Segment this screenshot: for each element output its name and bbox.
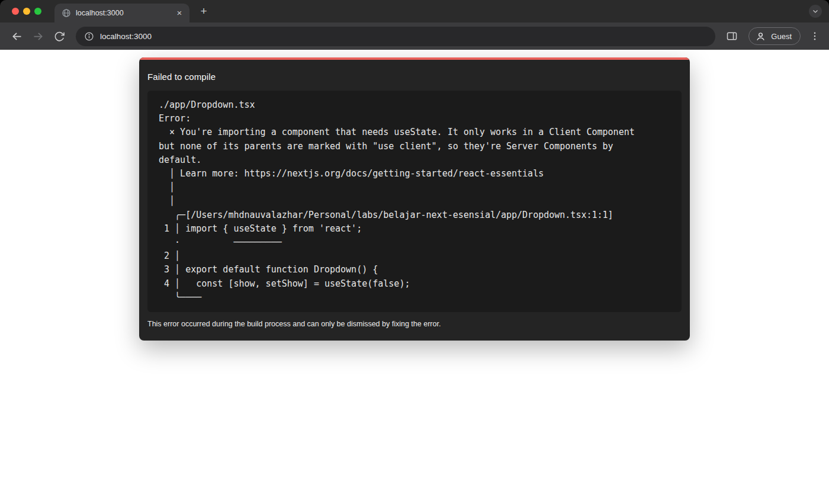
minimize-window-button[interactable] <box>23 8 30 15</box>
browser-toolbar: localhost:3000 Guest <box>0 23 829 50</box>
tab-search-button[interactable] <box>809 5 822 18</box>
fullscreen-window-button[interactable] <box>34 8 41 15</box>
compile-error-terminal: ./app/Dropdown.tsx Error: × You're impor… <box>147 91 682 312</box>
chevron-down-icon <box>812 8 819 15</box>
reload-button[interactable] <box>49 25 70 47</box>
page-content: Failed to compile ./app/Dropdown.tsx Err… <box>0 50 829 504</box>
new-tab-button[interactable]: + <box>195 3 212 20</box>
close-window-button[interactable] <box>12 8 19 15</box>
side-panel-icon <box>726 30 738 42</box>
address-url-text[interactable]: localhost:3000 <box>100 32 152 41</box>
kebab-menu-icon <box>809 31 820 41</box>
back-arrow-icon <box>11 30 23 43</box>
browser-tab-localhost[interactable]: localhost:3000 × <box>54 4 189 23</box>
person-icon <box>755 31 766 42</box>
browser-window: localhost:3000 × + <box>0 0 829 504</box>
site-info-icon[interactable] <box>84 31 94 41</box>
forward-button[interactable] <box>27 25 49 47</box>
globe-favicon-icon <box>62 8 71 18</box>
profile-label: Guest <box>771 32 792 41</box>
tab-strip: localhost:3000 × + <box>0 0 829 23</box>
reload-icon <box>54 31 65 42</box>
browser-menu-button[interactable] <box>806 25 823 47</box>
tab-title: localhost:3000 <box>76 9 169 17</box>
side-panel-button[interactable] <box>721 25 743 47</box>
error-footer-note: This error occurred during the build pro… <box>147 320 682 328</box>
forward-arrow-icon <box>32 30 44 43</box>
address-bar[interactable]: localhost:3000 <box>76 27 715 46</box>
window-controls <box>0 8 41 15</box>
nextjs-error-overlay: Failed to compile ./app/Dropdown.tsx Err… <box>139 57 690 341</box>
back-button[interactable] <box>6 25 27 47</box>
error-title: Failed to compile <box>147 72 682 82</box>
tab-close-icon[interactable]: × <box>174 8 185 18</box>
error-accent-bar <box>139 57 690 60</box>
profile-button[interactable]: Guest <box>748 27 801 45</box>
